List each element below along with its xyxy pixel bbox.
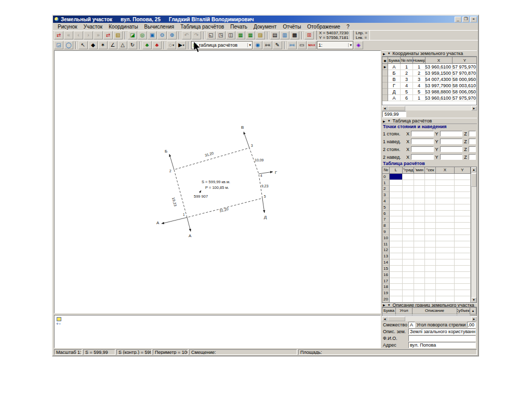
grid-row[interactable]: 11 — [382, 241, 471, 248]
grid-row-header[interactable]: 12 — [382, 248, 390, 254]
point-z-field[interactable] — [469, 146, 476, 152]
cell[interactable]: А — [388, 95, 401, 101]
grid-row-header[interactable]: 4 — [382, 198, 390, 204]
grid-cell[interactable] — [436, 204, 455, 211]
cell[interactable]: 2 — [413, 70, 425, 76]
grid-row-header[interactable]: 20 — [382, 296, 390, 303]
crosshair-grid-button[interactable]: ⊞ — [304, 31, 314, 39]
print-document-button[interactable]: ▩ — [290, 31, 299, 39]
menu-item[interactable]: Координаты — [105, 24, 141, 30]
minimized-child-window-icon[interactable] — [57, 317, 61, 321]
grid-cell[interactable] — [403, 253, 414, 259]
grid-row[interactable]: 7 — [382, 216, 471, 223]
grid-column-header[interactable]: "сек — [425, 167, 436, 174]
current-row-marker[interactable]: ▶ — [382, 64, 388, 70]
grid-cell[interactable] — [390, 180, 403, 186]
grid-cell[interactable] — [425, 186, 436, 192]
grid-row[interactable]: 2 — [382, 186, 471, 192]
grid-cell[interactable] — [403, 180, 414, 186]
grid-cell[interactable] — [414, 248, 425, 254]
grid-cell[interactable] — [455, 272, 471, 278]
cell[interactable]: 3 — [413, 76, 425, 83]
view-window-large-button[interactable]: ◳ — [216, 31, 225, 39]
mode-combo[interactable]: ▦таблица расчётов▾ — [191, 41, 252, 49]
grid-cell[interactable] — [455, 211, 471, 217]
grid-cell[interactable] — [436, 290, 455, 296]
grid-cell[interactable] — [390, 241, 403, 248]
grid-row[interactable]: 13 — [382, 253, 471, 259]
cell[interactable]: А — [388, 64, 401, 70]
table-row[interactable]: Б2253 959,150057 970,870 — [382, 70, 477, 76]
chevron-down-icon[interactable]: ▾ — [172, 43, 174, 48]
selected-cell[interactable] — [390, 174, 403, 180]
borders-panel-header[interactable]: ▶ ▼ Описание границ земельного участка — [382, 303, 477, 307]
grid-cell[interactable] — [425, 253, 436, 259]
grid-row-header[interactable]: 5 — [382, 204, 390, 211]
grid-cell[interactable] — [390, 235, 403, 241]
view-cascade-button[interactable]: ◫ — [226, 31, 235, 39]
lower-view-pane[interactable]: ✛▪ — [54, 315, 381, 348]
grid-row-header[interactable]: 7 — [382, 216, 390, 223]
cell[interactable]: 4 — [401, 83, 413, 89]
scroll-right-icon[interactable]: ► — [471, 106, 477, 111]
grid-cell[interactable] — [425, 272, 436, 278]
grid-cell[interactable] — [425, 296, 436, 303]
coordinates-panel-header[interactable]: ▶ ▼ Координаты земельного участка — [382, 50, 477, 57]
grid-row-header[interactable]: 9 — [382, 229, 390, 235]
cell[interactable]: 53 997,7900 — [425, 83, 453, 89]
point-x-field[interactable] — [411, 139, 434, 144]
grid-row-header[interactable]: 19 — [382, 290, 390, 296]
grid-cell[interactable] — [390, 229, 403, 235]
scroll-down-icon[interactable]: ▼ — [471, 297, 476, 303]
grid-cell[interactable] — [403, 235, 414, 241]
cell[interactable]: 1 — [401, 64, 413, 70]
view-window-small-button[interactable]: ◱ — [206, 31, 216, 39]
column-header[interactable]: Описание — [413, 308, 457, 314]
grid-cell[interactable] — [414, 253, 425, 259]
grid-cell[interactable] — [414, 259, 425, 266]
grid-cell[interactable] — [425, 248, 436, 254]
point-y-field[interactable] — [440, 154, 463, 160]
grid-cell[interactable] — [455, 204, 471, 211]
table-row[interactable]: В3354 007,430058 000,950 — [382, 76, 477, 83]
grid-cell[interactable] — [403, 174, 414, 180]
rotate-view-button[interactable]: ↻ — [128, 41, 137, 49]
grid-cell[interactable] — [455, 229, 471, 235]
title-bar[interactable]: Земельный участок вул. Попова, 25 Гладки… — [53, 16, 478, 23]
panel-collapse-icon[interactable]: ▼ — [388, 119, 391, 122]
land-description-field[interactable]: Землі загального користування — [408, 328, 476, 335]
grid-row[interactable]: 14 — [382, 259, 471, 266]
grid-row[interactable]: 3 — [382, 192, 471, 198]
cell[interactable]: 5 — [413, 89, 425, 95]
grid-cell[interactable] — [436, 253, 455, 259]
grid-column-header[interactable]: L — [390, 167, 403, 174]
grid-cell[interactable] — [414, 241, 425, 248]
menu-item[interactable]: Документ — [250, 24, 280, 30]
grid-cell[interactable] — [436, 174, 455, 180]
panel-collapse-icon[interactable]: ▼ — [388, 304, 391, 307]
grid-cell[interactable] — [403, 211, 414, 217]
grid-cell[interactable] — [390, 192, 403, 198]
grid-cell[interactable] — [390, 272, 403, 278]
grid-column-header[interactable]: X — [436, 167, 455, 174]
point-z-field[interactable] — [469, 131, 476, 136]
grid-row[interactable]: 10 — [382, 235, 471, 241]
column-header[interactable]: Y — [453, 57, 477, 64]
grid-cell[interactable] — [414, 186, 425, 192]
column-header[interactable]: Субъект — [457, 308, 470, 314]
table-row[interactable]: Г4453 997,790058 003,610 — [382, 83, 477, 89]
table-row[interactable]: ▶А1153 960,610057 975,970 — [382, 64, 477, 70]
grid-cell[interactable] — [455, 186, 471, 192]
close-button[interactable]: × — [470, 17, 477, 22]
menu-item[interactable]: Отображение — [304, 24, 343, 30]
grid-cell[interactable] — [390, 186, 403, 192]
folder-tables-button[interactable]: ▨ — [256, 31, 265, 39]
grid-cell[interactable] — [455, 290, 471, 296]
cell[interactable]: 54 007,4300 — [425, 76, 453, 83]
grid-row[interactable]: 0 — [382, 174, 471, 180]
cell[interactable]: 4 — [413, 83, 425, 89]
grid-cell[interactable] — [390, 278, 403, 284]
grid-row[interactable]: 12 — [382, 248, 471, 254]
menu-item[interactable]: Вычисления — [141, 24, 178, 30]
grid-row[interactable]: 20 — [382, 296, 471, 303]
